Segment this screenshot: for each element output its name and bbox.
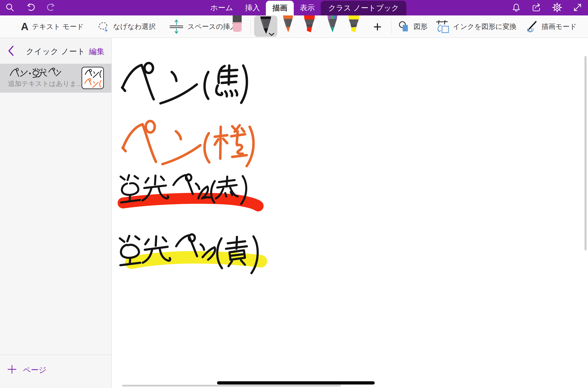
lasso-icon [97,20,110,33]
add-page-label: ページ [23,365,46,375]
yellow-highlighter-tool[interactable] [347,15,360,33]
bell-icon[interactable] [511,2,521,12]
share-icon[interactable] [531,2,541,12]
add-page-plus-icon [7,365,16,374]
black-pen-tool-selected[interactable] [254,15,277,37]
search-icon[interactable] [5,2,15,12]
tab-draw[interactable]: 描画 [266,1,294,15]
draw-mode-button[interactable]: 描画モード [525,20,577,33]
title-bar: ホーム 挿入 描画 表示 クラス ノートブック [0,0,588,15]
page-list-sidebar: クイック ノート 編集 [0,38,112,388]
text-mode-icon: A [21,21,28,32]
shapes-button[interactable]: 図形 [398,20,428,33]
tab-class-notebook[interactable]: クラス ノートブック [321,1,406,15]
ink-stroke-pen-orange [123,121,253,166]
home-indicator[interactable] [217,381,375,385]
undo-icon[interactable] [26,2,36,12]
vertical-scrollbar[interactable] [585,56,587,250]
pen-options-chevron-down-icon [269,33,274,35]
insert-space-button[interactable]: スペースの挿入 [169,19,237,34]
settings-gear-icon[interactable] [552,2,562,12]
rainbow-pen-tool[interactable] [326,15,339,33]
orange-pen-tool[interactable] [282,15,294,33]
fullscreen-expand-icon[interactable] [573,2,583,12]
ink-group-highlighter-yellow [120,234,261,273]
ink-to-shape-label: インクを図形に変換 [453,22,516,31]
eraser-tool[interactable] [232,15,243,32]
lasso-label: なげなわ選択 [113,22,156,31]
red-highlighter-tool[interactable] [303,15,316,33]
add-pen-button[interactable]: + [370,15,384,38]
redo-icon[interactable] [46,2,56,12]
onenote-app: ホーム 挿入 描画 表示 クラス ノートブック [0,0,588,388]
note-canvas[interactable] [112,38,588,388]
insert-space-icon [169,19,184,34]
page-item-subtitle: 追加テキストはありま… [8,79,83,88]
ink-to-shape-icon [436,20,449,34]
ribbon-tabs: ホーム 挿入 描画 表示 クラス ノートブック [204,0,406,15]
horizontal-scrollbar[interactable] [122,385,341,387]
lasso-select-button[interactable]: なげなわ選択 [97,20,156,33]
ink-stroke-pen-black [122,63,247,103]
add-page-row[interactable]: ページ [0,355,111,388]
ink-layer [112,38,588,388]
page-title-ink-preview [9,67,63,79]
page-thumbnail [81,67,104,89]
toolbar-divider [250,19,251,34]
sidebar-header: クイック ノート 編集 [0,38,111,64]
shapes-icon [398,20,410,33]
text-mode-button[interactable]: A テキスト モード [21,21,84,32]
toolbar-divider [224,19,224,34]
text-mode-label: テキスト モード [32,22,84,31]
draw-mode-icon [525,20,538,33]
insert-space-label: スペースの挿入 [188,22,237,31]
tab-view[interactable]: 表示 [294,0,321,15]
page-list-item-selected[interactable]: 追加テキストはありま… [0,64,111,93]
toolbar-divider [391,19,391,34]
draw-mode-label: 描画モード [541,22,577,31]
edit-pages-button[interactable]: 編集 [89,46,104,57]
ink-group-highlighter-red [121,174,258,206]
tab-home[interactable]: ホーム [204,0,239,15]
shapes-label: 図形 [414,22,428,31]
tab-insert[interactable]: 挿入 [239,0,266,15]
draw-toolbar: A テキスト モード なげなわ選択 [0,15,588,38]
ink-to-shape-button[interactable]: インクを図形に変換 [436,20,516,34]
